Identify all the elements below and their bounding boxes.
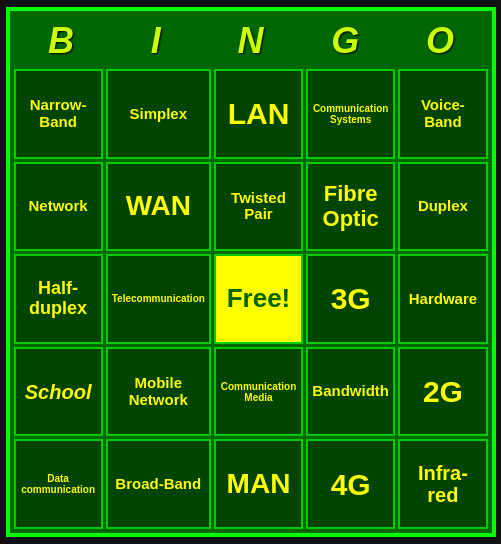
header-letter: G xyxy=(298,15,393,67)
cell-text: Voice-Band xyxy=(404,97,481,130)
cell-text: Simplex xyxy=(130,106,188,123)
cell-r0-c0: Narrow-Band xyxy=(14,69,103,159)
cell-text: Hardware xyxy=(409,291,477,308)
cell-r4-c3: 4G xyxy=(306,439,395,529)
cell-r3-c4: 2G xyxy=(398,347,487,437)
cell-text: 3G xyxy=(331,282,371,315)
cell-r0-c2: LAN xyxy=(214,69,303,159)
cell-text: Bandwidth xyxy=(312,383,389,400)
cell-r3-c2: Communication Media xyxy=(214,347,303,437)
cell-r3-c3: Bandwidth xyxy=(306,347,395,437)
cell-r1-c3: Fibre Optic xyxy=(306,162,395,252)
cell-text: Twisted Pair xyxy=(220,190,297,223)
cell-r2-c2: Free! xyxy=(214,254,303,344)
cell-text: Infra-red xyxy=(404,462,481,506)
cell-text: WAN xyxy=(126,191,191,222)
cell-r0-c4: Voice-Band xyxy=(398,69,487,159)
cell-r2-c0: Half-duplex xyxy=(14,254,103,344)
header-letter: O xyxy=(393,15,488,67)
cell-r1-c4: Duplex xyxy=(398,162,487,252)
cell-text: Network xyxy=(29,198,88,215)
cell-text: Data communication xyxy=(20,473,97,495)
cell-r3-c0: School xyxy=(14,347,103,437)
header-letter: N xyxy=(203,15,298,67)
cell-r3-c1: Mobile Network xyxy=(106,347,211,437)
cell-text: Free! xyxy=(227,283,291,314)
bingo-header: BINGO xyxy=(14,15,488,67)
cell-r0-c3: Communication Systems xyxy=(306,69,395,159)
cell-r4-c0: Data communication xyxy=(14,439,103,529)
header-letter: I xyxy=(108,15,203,67)
cell-text: Telecommunication xyxy=(112,293,205,304)
cell-text: Communication Systems xyxy=(312,103,389,125)
cell-text: MAN xyxy=(227,469,291,500)
cell-r2-c3: 3G xyxy=(306,254,395,344)
cell-text: Broad-Band xyxy=(115,476,201,493)
cell-text: School xyxy=(25,381,92,403)
cell-text: Mobile Network xyxy=(112,375,205,408)
cell-text: Duplex xyxy=(418,198,468,215)
bingo-grid: Narrow-BandSimplexLANCommunication Syste… xyxy=(14,69,488,529)
cell-text: LAN xyxy=(228,97,290,130)
cell-text: Communication Media xyxy=(220,381,297,403)
bingo-card: BINGO Narrow-BandSimplexLANCommunication… xyxy=(6,7,496,537)
cell-text: 4G xyxy=(331,468,371,501)
cell-r4-c4: Infra-red xyxy=(398,439,487,529)
cell-r1-c0: Network xyxy=(14,162,103,252)
header-letter: B xyxy=(14,15,109,67)
cell-r4-c1: Broad-Band xyxy=(106,439,211,529)
cell-r2-c4: Hardware xyxy=(398,254,487,344)
cell-text: Fibre Optic xyxy=(312,181,389,232)
cell-r2-c1: Telecommunication xyxy=(106,254,211,344)
cell-r1-c2: Twisted Pair xyxy=(214,162,303,252)
cell-r1-c1: WAN xyxy=(106,162,211,252)
cell-text: 2G xyxy=(423,375,463,408)
cell-r4-c2: MAN xyxy=(214,439,303,529)
cell-text: Narrow-Band xyxy=(20,97,97,130)
cell-text: Half-duplex xyxy=(20,279,97,319)
cell-r0-c1: Simplex xyxy=(106,69,211,159)
